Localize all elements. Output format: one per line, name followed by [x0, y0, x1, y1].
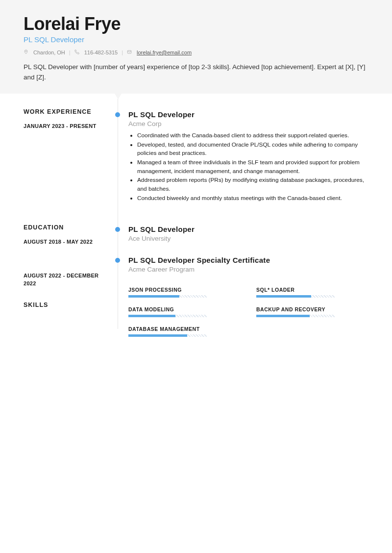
- email-link[interactable]: lorelai.frye@email.com: [137, 50, 192, 55]
- date-range: AUGUST 2022 - DECEMBER 2022: [24, 272, 109, 288]
- bullet-item: Conducted biweekly and monthly status me…: [137, 194, 368, 203]
- bullet-item: Coordinated with the Canada-based client…: [137, 131, 368, 140]
- timeline-dot-icon: [115, 227, 120, 232]
- resume-body: WORK EXPERIENCE JANUARY 2023 - PRESENT E…: [0, 94, 392, 337]
- right-column: PL SQL Developer Acme Corp Coordinated w…: [118, 94, 392, 337]
- skill-bar: [256, 315, 335, 317]
- separator: |: [69, 50, 71, 55]
- person-name: Lorelai Frye: [24, 14, 368, 34]
- skill-bar: [128, 315, 207, 317]
- location-icon: [24, 50, 29, 55]
- skill-name: BACKUP AND RECOVERY: [256, 306, 368, 312]
- entry-title: PL SQL Developer: [128, 110, 368, 119]
- skill-bar: [256, 295, 335, 298]
- skill-name: DATABASE MANAGEMENT: [128, 326, 241, 332]
- skill-fill: [256, 315, 310, 317]
- date-range: JANUARY 2023 - PRESENT: [24, 122, 109, 130]
- phone-text: 116-482-5315: [84, 50, 118, 55]
- location-text: Chardon, OH: [33, 50, 65, 55]
- entry-org: Ace University: [128, 235, 368, 242]
- job-title: PL SQL Developer: [24, 35, 368, 44]
- skill-item: JSON PROCESSING: [128, 287, 241, 298]
- skill-fill: [128, 334, 187, 337]
- skill-item: SQL* LOADER: [256, 287, 368, 298]
- skills-grid: JSON PROCESSING SQL* LOADER DATA MODELIN…: [128, 287, 368, 337]
- email-icon: [127, 50, 133, 55]
- skill-fill: [128, 315, 175, 317]
- skill-name: DATA MODELING: [128, 306, 241, 312]
- summary-text: PL SQL Developer with [number of years] …: [24, 62, 368, 83]
- education-entry: PL SQL Developer Specialty Certificate A…: [128, 256, 368, 273]
- skill-fill: [256, 295, 311, 298]
- entry-org: Acme Career Program: [128, 266, 368, 273]
- work-entry: PL SQL Developer Acme Corp Coordinated w…: [128, 110, 368, 203]
- phone-icon: [74, 50, 80, 55]
- skill-name: JSON PROCESSING: [128, 287, 241, 293]
- contact-row: Chardon, OH | 116-482-5315 | lorelai.fry…: [24, 50, 368, 55]
- resume-header: Lorelai Frye PL SQL Developer Chardon, O…: [0, 0, 392, 94]
- timeline-dot-icon: [115, 112, 120, 117]
- skill-fill: [128, 295, 179, 298]
- separator: |: [122, 50, 123, 55]
- entry-title: PL SQL Developer Specialty Certificate: [128, 256, 368, 264]
- skill-bar: [128, 334, 207, 337]
- entry-title: PL SQL Developer: [128, 225, 368, 233]
- section-skills-label: SKILLS: [24, 302, 109, 308]
- entry-org: Acme Corp: [128, 120, 368, 127]
- bullet-item: Addressed problem reports (PRs) by modif…: [137, 176, 368, 193]
- skill-name: SQL* LOADER: [256, 287, 368, 293]
- section-work-label: WORK EXPERIENCE: [24, 108, 109, 115]
- left-column: WORK EXPERIENCE JANUARY 2023 - PRESENT E…: [0, 94, 118, 337]
- skill-item: DATA MODELING: [128, 306, 241, 317]
- bullet-item: Managed a team of three individuals in t…: [137, 158, 368, 176]
- svg-point-0: [25, 51, 26, 52]
- section-education-label: EDUCATION: [24, 224, 109, 231]
- bullet-item: Developed, tested, and documented Oracle…: [137, 141, 368, 158]
- skill-item: DATABASE MANAGEMENT: [128, 326, 241, 337]
- skill-bar: [128, 295, 207, 298]
- skill-item: BACKUP AND RECOVERY: [256, 306, 368, 317]
- date-range: AUGUST 2018 - MAY 2022: [24, 238, 109, 246]
- bullet-list: Coordinated with the Canada-based client…: [128, 131, 368, 203]
- timeline-dot-icon: [115, 258, 120, 263]
- education-entry: PL SQL Developer Ace University: [128, 225, 368, 242]
